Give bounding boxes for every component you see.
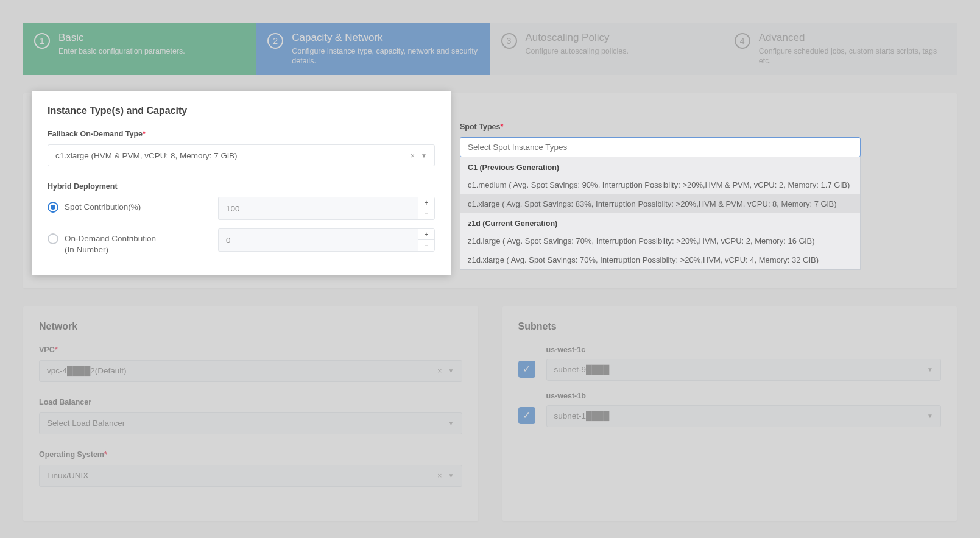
spot-option-z1d-xlarge[interactable]: z1d.xlarge ( Avg. Spot Savings: 70%, Int…	[460, 250, 860, 269]
step-number-1: 1	[34, 33, 50, 49]
spot-option-z1d-large[interactable]: z1d.large ( Avg. Spot Savings: 70%, Inte…	[460, 232, 860, 250]
os-value: Linux/UNIX	[47, 471, 88, 480]
step-desc: Configure scheduled jobs, custom starts …	[759, 46, 946, 66]
subnet-row: ✓ us-west-1b subnet-1████ ▼	[518, 392, 942, 427]
step-basic[interactable]: 1 Basic Enter basic configuration parame…	[23, 23, 256, 75]
chevron-down-icon[interactable]: ▼	[927, 412, 933, 419]
step-number-3: 3	[501, 33, 517, 49]
stepper-minus[interactable]: −	[418, 208, 434, 219]
network-title: Network	[39, 321, 462, 332]
subnets-title: Subnets	[518, 321, 942, 332]
step-title: Advanced	[759, 32, 946, 44]
subnet-select[interactable]: subnet-1████ ▼	[546, 405, 942, 427]
step-autoscaling[interactable]: 3 Autoscaling Policy Configure autoscali…	[490, 23, 724, 75]
fallback-label: Fallback On-Demand Type*	[48, 130, 435, 138]
stepper-plus[interactable]: +	[418, 197, 434, 208]
close-icon[interactable]: ×	[411, 151, 415, 160]
step-advanced[interactable]: 4 Advanced Configure scheduled jobs, cus…	[724, 23, 957, 75]
subnet-value: subnet-9████	[554, 365, 610, 374]
instance-capacity-card: Instance Type(s) and Capacity Fallback O…	[32, 91, 451, 275]
spot-types-field: Spot Types* C1 (Previous Generation) c1.…	[460, 122, 861, 270]
spot-group-header: C1 (Previous Generation)	[460, 157, 860, 175]
subnet-region: us-west-1b	[546, 392, 942, 400]
spot-contrib-radio[interactable]	[48, 202, 58, 213]
spot-option-c1-xlarge[interactable]: c1.xlarge ( Avg. Spot Savings: 83%, Inte…	[460, 194, 860, 213]
step-title: Autoscaling Policy	[526, 32, 629, 44]
wizard-steps: 1 Basic Enter basic configuration parame…	[23, 23, 957, 75]
fallback-value: c1.xlarge (HVM & PVM, vCPU: 8, Memory: 7…	[55, 151, 238, 160]
step-capacity-network[interactable]: 2 Capacity & Network Configure instance …	[256, 23, 490, 75]
spot-types-label: Spot Types*	[460, 122, 861, 131]
os-label: Operating System*	[39, 450, 462, 459]
chevron-down-icon[interactable]: ▼	[927, 366, 933, 373]
spot-option-c1-medium[interactable]: c1.medium ( Avg. Spot Savings: 90%, Inte…	[460, 175, 860, 194]
subnets-panel: Subnets ✓ us-west-1c subnet-9████ ▼ ✓ us…	[502, 306, 957, 521]
ondemand-contrib-label: On-Demand Contribution (In Number)	[65, 233, 156, 255]
subnet-select[interactable]: subnet-9████ ▼	[546, 359, 942, 381]
chevron-down-icon[interactable]: ▼	[421, 152, 427, 159]
step-title: Basic	[58, 32, 185, 44]
step-desc: Configure autoscaling policies.	[526, 46, 629, 56]
instance-title: Instance Type(s) and Capacity	[48, 105, 435, 116]
chevron-down-icon[interactable]: ▼	[448, 420, 454, 427]
step-desc: Configure instance type, capacity, netwo…	[292, 46, 479, 66]
step-number-2: 2	[267, 33, 283, 49]
hybrid-label: Hybrid Deployment	[48, 182, 435, 191]
network-panel: Network VPC* vpc-4████2(Default) × ▼ Loa…	[23, 306, 478, 521]
close-icon[interactable]: ×	[437, 366, 442, 375]
lb-placeholder: Select Load Balancer	[47, 419, 125, 428]
chevron-down-icon[interactable]: ▼	[448, 472, 454, 479]
spot-types-input[interactable]	[460, 137, 861, 157]
step-desc: Enter basic configuration parameters.	[58, 46, 185, 56]
subnet-region: us-west-1c	[546, 345, 942, 354]
step-number-4: 4	[735, 33, 750, 49]
subnet-checkbox[interactable]: ✓	[518, 361, 535, 378]
lb-label: Load Balancer	[39, 398, 462, 406]
lb-select[interactable]: Select Load Balancer ▼	[39, 412, 462, 434]
vpc-label: VPC*	[39, 345, 462, 354]
stepper-minus[interactable]: −	[418, 240, 434, 251]
ondemand-contrib-radio[interactable]	[48, 233, 58, 244]
spot-contrib-input[interactable]	[218, 197, 418, 220]
vpc-value: vpc-4████2(Default)	[47, 366, 127, 375]
subnet-row: ✓ us-west-1c subnet-9████ ▼	[518, 345, 942, 381]
os-select[interactable]: Linux/UNIX × ▼	[39, 465, 462, 487]
chevron-down-icon[interactable]: ▼	[448, 367, 454, 374]
spot-group-header: z1d (Current Generation)	[460, 213, 860, 232]
subnet-value: subnet-1████	[554, 411, 610, 420]
spot-contrib-label: Spot Contribution(%)	[65, 202, 141, 213]
fallback-select[interactable]: c1.xlarge (HVM & PVM, vCPU: 8, Memory: 7…	[48, 144, 435, 166]
step-title: Capacity & Network	[292, 32, 479, 44]
close-icon[interactable]: ×	[437, 471, 442, 480]
ondemand-contrib-input[interactable]	[218, 228, 418, 252]
stepper-plus[interactable]: +	[418, 229, 434, 240]
spot-types-dropdown[interactable]: C1 (Previous Generation) c1.medium ( Avg…	[460, 157, 861, 270]
vpc-select[interactable]: vpc-4████2(Default) × ▼	[39, 360, 462, 382]
subnet-checkbox[interactable]: ✓	[518, 407, 535, 424]
